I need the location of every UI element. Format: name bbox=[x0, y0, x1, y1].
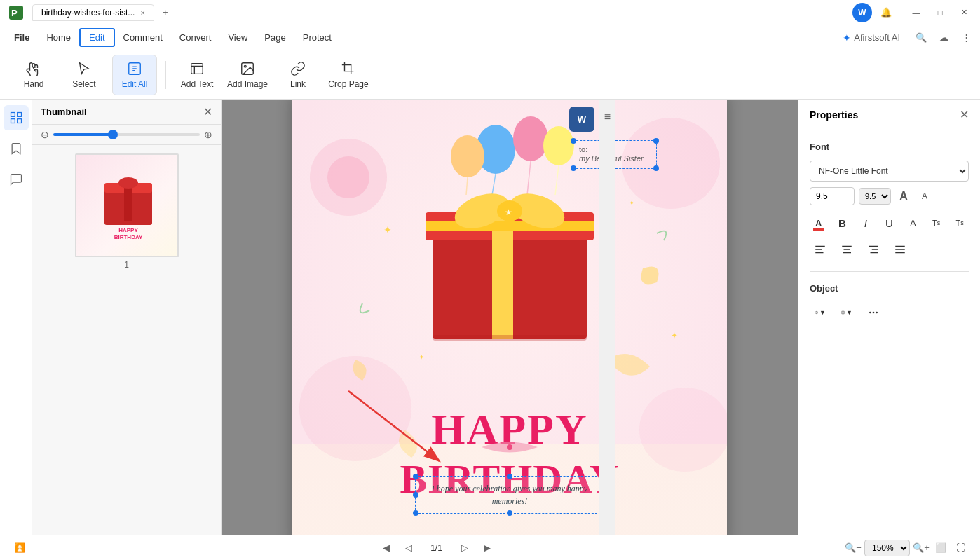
thumbnail-icon bbox=[9, 111, 23, 125]
subscript-button[interactable]: Ts bbox=[951, 212, 969, 233]
align-center-icon bbox=[841, 243, 853, 256]
link-icon bbox=[290, 61, 306, 76]
resize-handle-tm[interactable] bbox=[507, 474, 512, 479]
svg-point-70 bbox=[870, 312, 871, 313]
link-button[interactable]: Link bbox=[275, 55, 320, 95]
crop-page-button[interactable]: Crop Page bbox=[326, 55, 371, 95]
thumbnail-page-image: HAPPY BIRTHDAY bbox=[75, 153, 179, 257]
svg-rect-62 bbox=[815, 312, 817, 313]
sidebar-thumbnail-button[interactable] bbox=[4, 105, 29, 130]
select-tool-button[interactable]: Select bbox=[62, 55, 107, 95]
menu-comment[interactable]: Comment bbox=[115, 29, 171, 46]
zoom-out-button[interactable]: 🔍− bbox=[845, 540, 862, 556]
menu-page[interactable]: Page bbox=[256, 29, 294, 46]
font-size-row: 9.5 10 12 A A bbox=[810, 187, 969, 205]
increase-font-size-button[interactable]: A bbox=[895, 188, 912, 205]
svg-point-69 bbox=[876, 312, 877, 313]
menu-protect[interactable]: Protect bbox=[294, 29, 340, 46]
notification-button[interactable]: 🔔 bbox=[878, 4, 894, 21]
go-to-next-button[interactable]: ▷ bbox=[456, 540, 473, 556]
user-avatar[interactable]: W bbox=[852, 3, 872, 22]
bottom-right-controls: 🔍− 150% 50% 75% 100% 125% 200% 🔍+ ⬜ ⛶ bbox=[845, 540, 969, 556]
font-color-button[interactable]: A bbox=[810, 212, 828, 233]
restore-button[interactable]: □ bbox=[930, 4, 951, 21]
thumbnail-close-button[interactable]: ✕ bbox=[203, 105, 212, 118]
zoom-in-button[interactable]: 🔍+ bbox=[913, 540, 930, 556]
bold-button[interactable]: B bbox=[833, 212, 852, 233]
svg-text:✦: ✦ bbox=[671, 331, 678, 341]
cloud-button[interactable]: ☁ bbox=[935, 29, 952, 46]
resize-handle-tl[interactable] bbox=[413, 474, 418, 479]
canvas-area[interactable]: W bbox=[222, 100, 798, 535]
go-to-prev-page-button[interactable]: ◀ bbox=[378, 540, 395, 556]
object-section: Object ▼ ▼ bbox=[810, 283, 969, 323]
toolbar-separator-1 bbox=[165, 61, 166, 89]
resize-handle-tl[interactable] bbox=[571, 138, 576, 144]
menu-file[interactable]: File bbox=[6, 29, 38, 46]
properties-close-button[interactable]: ✕ bbox=[960, 108, 969, 121]
thumbnail-page-item[interactable]: HAPPY BIRTHDAY 1 bbox=[41, 153, 212, 270]
bookmark-icon bbox=[9, 142, 23, 156]
close-button[interactable]: ✕ bbox=[953, 4, 974, 21]
decrease-font-size-button[interactable]: A bbox=[916, 188, 933, 205]
go-to-prev-button[interactable]: ◁ bbox=[400, 540, 417, 556]
object-size-button[interactable]: ▼ bbox=[836, 302, 857, 323]
hand-tool-button[interactable]: Hand bbox=[11, 55, 56, 95]
menu-home[interactable]: Home bbox=[38, 29, 79, 46]
thumbnail-zoom-controls: ⊖ ⊕ bbox=[32, 125, 221, 145]
svg-rect-6 bbox=[11, 113, 15, 117]
new-tab-button[interactable]: + bbox=[157, 4, 174, 21]
align-center-button[interactable] bbox=[836, 239, 857, 260]
object-align-button[interactable]: ▼ bbox=[810, 302, 831, 323]
fit-page-button[interactable]: ⬜ bbox=[932, 540, 949, 556]
resize-handle-bm[interactable] bbox=[507, 510, 512, 516]
object-align-icon bbox=[815, 307, 818, 318]
align-left-button[interactable] bbox=[810, 239, 831, 260]
italic-button[interactable]: I bbox=[857, 212, 875, 233]
sidebar-comment-button[interactable] bbox=[4, 167, 29, 192]
svg-rect-7 bbox=[17, 113, 21, 117]
right-mini-panel: ≡ bbox=[599, 100, 615, 535]
zoom-level-select[interactable]: 150% 50% 75% 100% 125% 200% bbox=[864, 540, 910, 556]
resize-handle-tr[interactable] bbox=[653, 138, 659, 144]
search-button[interactable]: 🔍 bbox=[913, 29, 930, 46]
resize-handle-br[interactable] bbox=[653, 165, 659, 171]
menu-convert[interactable]: Convert bbox=[171, 29, 220, 46]
svg-rect-39 bbox=[426, 221, 594, 231]
font-size-dropdown[interactable]: 9.5 10 12 bbox=[859, 188, 891, 205]
font-size-input[interactable] bbox=[810, 187, 855, 205]
menu-edit[interactable]: Edit bbox=[79, 28, 114, 47]
font-name-select[interactable]: NF-One Little Font bbox=[810, 161, 969, 182]
menu-more-button[interactable]: ⋮ bbox=[958, 29, 974, 46]
go-to-first-page-button[interactable]: ⏫ bbox=[11, 540, 28, 556]
object-align-arrow: ▼ bbox=[819, 309, 826, 316]
align-right-icon bbox=[867, 243, 880, 256]
object-more-button[interactable] bbox=[863, 302, 884, 323]
zoom-out-button[interactable]: ⊖ bbox=[41, 129, 49, 140]
minimize-button[interactable]: — bbox=[906, 4, 927, 21]
browser-tab[interactable]: birthday-wishes-for-sist... × bbox=[32, 4, 154, 21]
properties-body: Font NF-One Little Font 9.5 10 12 bbox=[798, 130, 980, 334]
tab-close-button[interactable]: × bbox=[140, 8, 144, 17]
menu-view[interactable]: View bbox=[219, 29, 256, 46]
titlebar: P birthday-wishes-for-sist... × + W 🔔 — … bbox=[0, 0, 980, 25]
resize-handle-bl[interactable] bbox=[571, 165, 576, 171]
align-justify-button[interactable] bbox=[890, 239, 911, 260]
align-right-button[interactable] bbox=[863, 239, 884, 260]
superscript-button[interactable]: Ts bbox=[927, 212, 946, 233]
edit-all-button[interactable]: Edit All bbox=[112, 55, 157, 95]
zoom-in-button[interactable]: ⊕ bbox=[204, 129, 212, 140]
add-text-button[interactable]: Add Text bbox=[175, 55, 219, 95]
go-to-next-page-button[interactable]: ▶ bbox=[479, 540, 496, 556]
fullscreen-button[interactable]: ⛶ bbox=[952, 540, 969, 556]
bottom-text-box[interactable]: I hope your celebration gives you many h… bbox=[415, 476, 604, 514]
resize-handle-bl[interactable] bbox=[413, 510, 418, 516]
ai-button[interactable]: ✦ Afirstsoft AI bbox=[836, 29, 907, 46]
sidebar-bookmark-button[interactable] bbox=[4, 136, 29, 161]
strikethrough-button[interactable]: A̶ bbox=[904, 212, 922, 233]
resize-handle-lm[interactable] bbox=[413, 492, 418, 498]
underline-button[interactable]: U bbox=[880, 212, 899, 233]
zoom-slider[interactable] bbox=[53, 133, 200, 136]
mini-panel-icon[interactable]: ≡ bbox=[604, 111, 611, 123]
add-image-button[interactable]: Add Image bbox=[225, 55, 270, 95]
